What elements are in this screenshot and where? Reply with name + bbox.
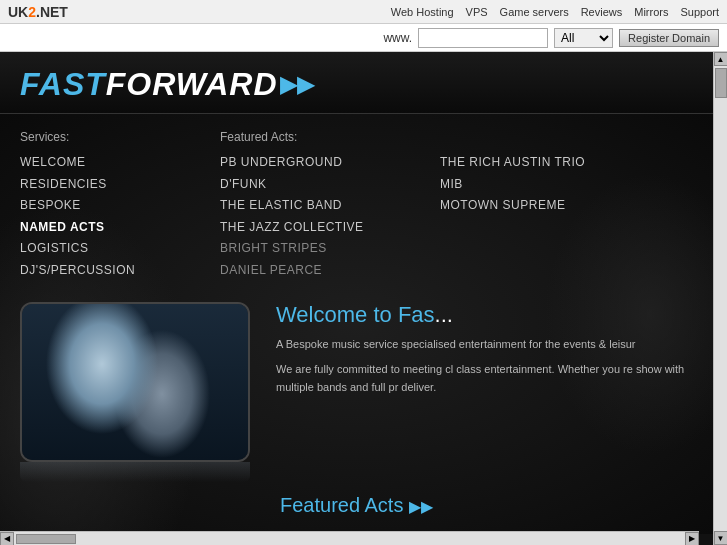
- act-motown-supreme[interactable]: MOTOWN SUPREME: [440, 195, 640, 217]
- bottom-accent: Acts: [365, 494, 404, 516]
- list-item: DANIEL PEARCE: [220, 260, 440, 282]
- nav-support[interactable]: Support: [680, 6, 719, 18]
- lower-section: Welcome to Fas... A Bespoke music servic…: [20, 302, 693, 482]
- welcome-text: A Bespoke music service specialised ente…: [276, 336, 693, 397]
- bottom-static: Featured: [280, 494, 360, 516]
- welcome-accent: Fas: [398, 302, 435, 327]
- list-item: PB UNDERGROUND: [220, 152, 440, 174]
- list-item: BESPOKE: [20, 195, 220, 217]
- welcome-area: Welcome to Fas... A Bespoke music servic…: [276, 302, 693, 482]
- bottom-arrows-icon: ▶▶: [409, 498, 433, 515]
- act-mib[interactable]: MIB: [440, 174, 640, 196]
- bottom-banner: Featured Acts ▶▶: [20, 494, 693, 517]
- musician-photo: [20, 302, 250, 462]
- scroll-down-button[interactable]: ▼: [714, 531, 728, 545]
- welcome-static: Welcome to: [276, 302, 392, 327]
- logo: UK2.NET: [8, 4, 68, 20]
- site-content: FAST FORWARD ▶▶ Services: WELCOME RESIDE…: [0, 52, 713, 545]
- list-item: WELCOME: [20, 152, 220, 174]
- photo-area: [20, 302, 260, 482]
- list-item: DJ'S/PERCUSSION: [20, 260, 220, 282]
- nav-logistics[interactable]: LOGISTICS: [20, 238, 220, 260]
- domain-input[interactable]: [418, 28, 548, 48]
- brand-arrows: ▶▶: [280, 72, 314, 98]
- list-item: THE ELASTIC BAND: [220, 195, 440, 217]
- nav-mirrors[interactable]: Mirrors: [634, 6, 668, 18]
- featured-acts-list: PB UNDERGROUND D'FUNK THE ELASTIC BAND T…: [220, 152, 440, 282]
- act-jazz-collective[interactable]: THE JAZZ COLLECTIVE: [220, 217, 440, 239]
- list-item: D'FUNK: [220, 174, 440, 196]
- photo-reflection: [20, 462, 250, 482]
- site-body: Services: WELCOME RESIDENCIES BESPOKE NA…: [0, 114, 713, 534]
- main-container: FAST FORWARD ▶▶ Services: WELCOME RESIDE…: [0, 52, 727, 545]
- brand-forward: FORWARD: [106, 66, 278, 103]
- domain-select[interactable]: All .com .co.uk .net .org: [554, 28, 613, 48]
- list-item: LOGISTICS: [20, 238, 220, 260]
- featured-acts-title: Featured Acts:: [220, 130, 440, 144]
- logo-area: UK2.NET: [8, 4, 68, 20]
- scroll-up-button[interactable]: ▲: [714, 52, 728, 66]
- nav-residencies[interactable]: RESIDENCIES: [20, 174, 220, 196]
- list-item: MOTOWN SUPREME: [440, 195, 640, 217]
- site-header: FAST FORWARD ▶▶: [0, 52, 713, 114]
- scroll-thumb-horizontal[interactable]: [16, 534, 76, 544]
- content-area: FAST FORWARD ▶▶ Services: WELCOME RESIDE…: [0, 52, 713, 545]
- bottom-banner-text: Featured Acts ▶▶: [280, 494, 433, 516]
- nav-vps[interactable]: VPS: [466, 6, 488, 18]
- nav-bespoke[interactable]: BESPOKE: [20, 195, 220, 217]
- act-dfunk[interactable]: D'FUNK: [220, 174, 440, 196]
- nav-djs-percussion[interactable]: DJ'S/PERCUSSION: [20, 260, 220, 282]
- left-nav: Services: WELCOME RESIDENCIES BESPOKE NA…: [20, 130, 220, 282]
- brand-fast: FAST: [20, 66, 106, 103]
- nav-reviews[interactable]: Reviews: [581, 6, 623, 18]
- scrollbar-bottom: ◀ ▶: [0, 531, 699, 545]
- featured-acts-col2: THE RICH AUSTIN TRIO MIB MOTOWN SUPREME: [440, 130, 640, 282]
- list-item: MIB: [440, 174, 640, 196]
- nav-welcome[interactable]: WELCOME: [20, 152, 220, 174]
- welcome-para1: A Bespoke music service specialised ente…: [276, 336, 693, 354]
- nav-section: Services: WELCOME RESIDENCIES BESPOKE NA…: [20, 130, 693, 282]
- list-item: NAMED ACTS: [20, 217, 220, 239]
- act-elastic-band[interactable]: THE ELASTIC BAND: [220, 195, 440, 217]
- list-item: RESIDENCIES: [20, 174, 220, 196]
- nav-web-hosting[interactable]: Web Hosting: [391, 6, 454, 18]
- top-bar: UK2.NET Web Hosting VPS Game servers Rev…: [0, 0, 727, 24]
- act-bright-stripes[interactable]: BRIGHT STRIPES: [220, 238, 440, 260]
- www-label: www.: [383, 31, 412, 45]
- domain-bar: www. All .com .co.uk .net .org Register …: [0, 24, 727, 52]
- list-item: BRIGHT STRIPES: [220, 238, 440, 260]
- act-rich-austin-trio[interactable]: THE RICH AUSTIN TRIO: [440, 152, 640, 174]
- featured-acts-list-2: THE RICH AUSTIN TRIO MIB MOTOWN SUPREME: [440, 152, 640, 217]
- brand-logo: FAST FORWARD ▶▶: [20, 66, 693, 103]
- nav-game-servers[interactable]: Game servers: [500, 6, 569, 18]
- nav-named-acts[interactable]: NAMED ACTS: [20, 217, 220, 239]
- scroll-left-button[interactable]: ◀: [0, 532, 14, 546]
- services-title: Services:: [20, 130, 220, 144]
- scroll-right-button[interactable]: ▶: [685, 532, 699, 546]
- scroll-thumb-vertical[interactable]: [715, 68, 727, 98]
- register-domain-button[interactable]: Register Domain: [619, 29, 719, 47]
- scroll-track-horizontal: [78, 532, 685, 546]
- nav-links: Web Hosting VPS Game servers Reviews Mir…: [391, 6, 719, 18]
- list-item: THE JAZZ COLLECTIVE: [220, 217, 440, 239]
- act-pb-underground[interactable]: PB UNDERGROUND: [220, 152, 440, 174]
- scrollbar-right: ▲ ▼: [713, 52, 727, 545]
- list-item: THE RICH AUSTIN TRIO: [440, 152, 640, 174]
- services-list: WELCOME RESIDENCIES BESPOKE NAMED ACTS L…: [20, 152, 220, 282]
- logo-accent: 2: [28, 4, 36, 20]
- act-daniel-pearce[interactable]: DANIEL PEARCE: [220, 260, 440, 282]
- featured-acts-col1: Featured Acts: PB UNDERGROUND D'FUNK THE…: [220, 130, 440, 282]
- welcome-title: Welcome to Fas...: [276, 302, 693, 328]
- welcome-para2: We are fully committed to meeting cl cla…: [276, 361, 693, 396]
